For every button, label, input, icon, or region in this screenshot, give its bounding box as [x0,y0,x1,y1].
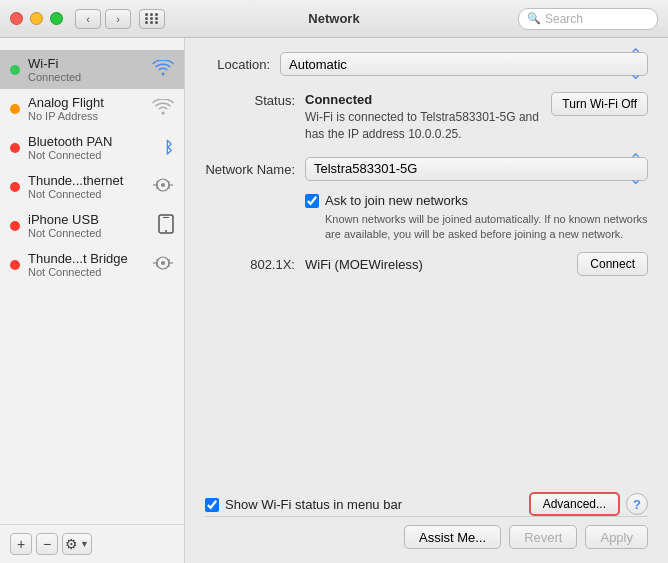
status-dot-bluetooth [10,143,20,153]
search-placeholder: Search [545,12,583,26]
network-item-status-thunderbolt-eth: Not Connected [28,188,146,200]
close-button[interactable] [10,12,23,25]
show-wifi-label: Show Wi-Fi status in menu bar [225,497,402,512]
network-item-status-wifi: Connected [28,71,146,83]
minimize-button[interactable] [30,12,43,25]
phone-icon-iphone-usb [158,214,174,238]
search-icon: 🔍 [527,12,541,25]
network-item-status-bluetooth: Not Connected [28,149,158,161]
status-dot-thunderbolt-bridge [10,260,20,270]
bottom-section: Show Wi-Fi status in menu bar Advanced..… [205,492,648,516]
advanced-button[interactable]: Advanced... [529,492,620,516]
sidebar-item-analog[interactable]: Analog FlightNo IP Address [0,89,184,128]
status-dot-wifi [10,65,20,75]
apply-button[interactable]: Apply [585,525,648,549]
connect-button[interactable]: Connect [577,252,648,276]
status-value: Connected [305,92,372,107]
status-text-group: Connected Wi-Fi is connected to Telstra5… [305,92,541,143]
network-name-label: Network Name: [205,161,295,177]
status-description: Wi-Fi is connected to Telstra583301-5G a… [305,109,541,143]
traffic-lights [10,12,63,25]
network-item-name-thunderbolt-eth: Thunde...thernet [28,173,146,188]
ethernet-icon-thunderbolt-bridge [152,255,174,275]
network-item-info-thunderbolt-bridge: Thunde...t BridgeNot Connected [28,251,146,278]
svg-point-10 [161,261,165,265]
network-item-status-iphone-usb: Not Connected [28,227,152,239]
sidebar-item-thunderbolt-bridge[interactable]: Thunde...t BridgeNot Connected [0,245,184,284]
ask-to-join-row: Ask to join new networks [305,193,648,208]
help-button[interactable]: ? [626,493,648,515]
add-network-button[interactable]: + [10,533,32,555]
network-item-info-wifi: Wi-FiConnected [28,56,146,83]
network-item-name-bluetooth: Bluetooth PAN [28,134,158,149]
sidebar-item-iphone-usb[interactable]: iPhone USBNot Connected [0,206,184,245]
maximize-button[interactable] [50,12,63,25]
ask-to-join-section: Ask to join new networks Known networks … [305,193,648,243]
network-item-status-thunderbolt-bridge: Not Connected [28,266,146,278]
gear-button[interactable]: ⚙ ▼ [62,533,92,555]
status-section: Status: Connected Wi-Fi is connected to … [205,92,648,143]
revert-button[interactable]: Revert [509,525,577,549]
bluetooth-icon-bluetooth: ᛒ [164,139,174,157]
forward-button[interactable]: › [105,9,131,29]
grid-icon [145,13,159,24]
svg-point-1 [161,183,165,187]
back-button[interactable]: ‹ [75,9,101,29]
dot1x-value: WiFi (MOEWireless) [305,257,567,272]
network-list: Wi-FiConnected Analog FlightNo IP Addres… [0,50,184,284]
turn-wifi-off-button[interactable]: Turn Wi-Fi Off [551,92,648,116]
network-item-name-wifi: Wi-Fi [28,56,146,71]
wifi-icon-analog [152,99,174,119]
search-box[interactable]: 🔍 Search [518,8,658,30]
ask-to-join-description: Known networks will be joined automatica… [325,212,648,243]
dot1x-label: 802.1X: [205,256,295,272]
gear-chevron-icon: ▼ [80,539,89,549]
network-item-name-analog: Analog Flight [28,95,146,110]
network-item-info-iphone-usb: iPhone USBNot Connected [28,212,152,239]
location-select[interactable]: Automatic Home Work [280,52,648,76]
network-name-select[interactable]: Telstra583301-5G [305,157,648,181]
show-wifi-row: Show Wi-Fi status in menu bar Advanced..… [205,492,648,516]
location-row: Location: Automatic Home Work ⌃⌄ [205,52,648,76]
status-dot-thunderbolt-eth [10,182,20,192]
network-item-status-analog: No IP Address [28,110,146,122]
window-title: Network [308,11,359,26]
svg-point-7 [165,230,167,232]
nav-buttons: ‹ › [75,9,131,29]
network-name-select-wrapper: Telstra583301-5G ⌃⌄ [305,157,648,181]
sidebar-item-thunderbolt-eth[interactable]: Thunde...thernetNot Connected [0,167,184,206]
remove-network-button[interactable]: − [36,533,58,555]
status-dot-analog [10,104,20,114]
location-label: Location: [205,57,270,72]
sidebar-controls: + − ⚙ ▼ [0,524,184,563]
assist-me-button[interactable]: Assist Me... [404,525,501,549]
sidebar-item-bluetooth[interactable]: Bluetooth PANNot Connectedᛒ [0,128,184,167]
grid-button[interactable] [139,9,165,29]
right-panel: Location: Automatic Home Work ⌃⌄ Status:… [185,38,668,563]
show-wifi-checkbox[interactable] [205,498,219,512]
titlebar: ‹ › Network 🔍 Search [0,0,668,38]
main-area: Wi-FiConnected Analog FlightNo IP Addres… [0,38,668,563]
network-name-row: Network Name: Telstra583301-5G ⌃⌄ [205,157,648,181]
dot1x-row: 802.1X: WiFi (MOEWireless) Connect [205,252,648,276]
ask-to-join-checkbox[interactable] [305,194,319,208]
bottom-action-bar: Assist Me... Revert Apply [205,516,648,549]
network-item-info-thunderbolt-eth: Thunde...thernetNot Connected [28,173,146,200]
status-content: Connected Wi-Fi is connected to Telstra5… [305,92,648,143]
sidebar: Wi-FiConnected Analog FlightNo IP Addres… [0,38,185,563]
gear-icon: ⚙ [65,536,78,552]
status-dot-iphone-usb [10,221,20,231]
status-label: Status: [205,92,295,108]
sidebar-item-wifi[interactable]: Wi-FiConnected [0,50,184,89]
network-item-info-bluetooth: Bluetooth PANNot Connected [28,134,158,161]
network-item-name-iphone-usb: iPhone USB [28,212,152,227]
svg-rect-8 [163,217,169,218]
advanced-wrapper: Advanced... ? [529,492,648,516]
ethernet-icon-thunderbolt-eth [152,177,174,197]
wifi-icon-wifi [152,60,174,80]
location-select-wrapper: Automatic Home Work ⌃⌄ [280,52,648,76]
ask-to-join-label: Ask to join new networks [325,193,468,208]
network-item-info-analog: Analog FlightNo IP Address [28,95,146,122]
network-item-name-thunderbolt-bridge: Thunde...t Bridge [28,251,146,266]
